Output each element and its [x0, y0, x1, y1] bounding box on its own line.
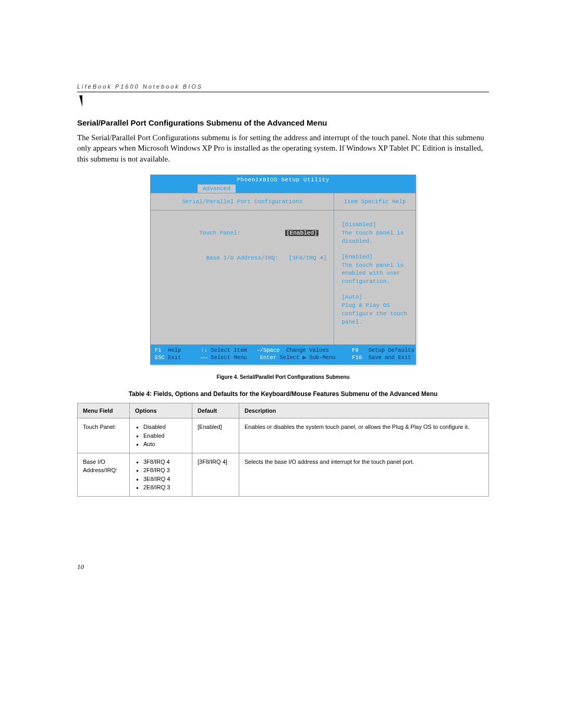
bios-label-setup-defaults: Setup Defaults: [369, 347, 414, 354]
option-item: 2F8/IRQ 3: [143, 466, 187, 475]
bios-field-baseio-label: Base I/O Address/IRQ:: [206, 255, 278, 261]
cell-menu: Touch Panel:: [78, 418, 130, 453]
bios-help-auto-head: [Auto]: [341, 293, 408, 302]
section-heading: Serial/Parallel Port Configurations Subm…: [77, 118, 489, 127]
cell-default: [Enabled]: [192, 418, 239, 453]
bios-label-save-exit: Save and Exit: [369, 354, 411, 361]
bios-key-space: -/Space: [256, 347, 279, 354]
bios-label-select-submenu: Select ▶ Sub-Menu: [280, 354, 336, 361]
section-body-text: The Serial/Parallel Port Configurations …: [77, 132, 489, 164]
bios-label-exit: Exit: [168, 354, 181, 361]
page-number: 10: [77, 563, 84, 571]
table-row: Touch Panel: Disabled Enabled Auto [Enab…: [78, 418, 489, 453]
bios-help-title: Item Specific Help: [334, 193, 415, 211]
header-arrow-icon: [79, 95, 82, 107]
table-header-description: Description: [239, 403, 489, 418]
bios-field-baseio-value: [3F8/IRQ 4]: [289, 255, 327, 261]
bios-field-touch-panel-value: [Enabled]: [285, 230, 318, 236]
cell-menu: Base I/O Address/IRQ:: [78, 453, 130, 496]
running-header: LifeBook P1600 Notebook BIOS: [77, 83, 489, 92]
bios-key-updown: ↑↓: [201, 347, 207, 354]
bios-key-f10: F10: [352, 354, 362, 361]
cell-options: Disabled Enabled Auto: [130, 418, 192, 453]
bios-label-help: Help: [168, 347, 181, 354]
bios-help-disabled-head: [Disabled]: [341, 221, 408, 229]
table-header-menu-field: Menu Field: [78, 403, 130, 418]
bios-key-enter: Enter: [260, 354, 277, 361]
option-item: Disabled: [143, 423, 187, 431]
bios-help-enabled-head: [Enabled]: [341, 253, 408, 262]
table-header-default: Default: [192, 403, 239, 418]
bios-left-panel-title: Serial/Parallel Port Configurations: [151, 193, 334, 211]
bios-key-f1: F1: [155, 347, 162, 354]
option-item: 3F8/IRQ 4: [143, 458, 187, 466]
option-item: Auto: [143, 440, 187, 449]
bios-label-change-values: Change Values: [286, 347, 329, 354]
bios-label-select-item: Select Item: [211, 347, 247, 354]
bios-tab-advanced: Advanced: [198, 184, 236, 193]
bios-footer: F1 Help ↑↓ Select Item -/Space Change Va…: [151, 344, 415, 364]
bios-field-touch-panel-label: Touch Panel:: [199, 230, 240, 236]
bios-screenshot: PhoenixBIOS Setup Utility Advanced Seria…: [150, 175, 416, 365]
cell-default: [3F8/IRQ 4]: [192, 453, 239, 496]
cell-description: Enables or disables the system touch pan…: [239, 418, 489, 453]
table-row: Base I/O Address/IRQ: 3F8/IRQ 4 2F8/IRQ …: [78, 453, 489, 496]
bios-key-esc: ESC: [155, 354, 165, 361]
bios-tab-bar: Advanced: [151, 184, 415, 193]
bios-title: PhoenixBIOS Setup Utility: [151, 175, 415, 184]
bios-help-auto-body: Plug & Play OS configure the touch panel…: [341, 302, 408, 327]
table-title: Table 4: Fields, Options and Defaults fo…: [77, 390, 489, 398]
bios-label-select-menu: Select Menu: [211, 354, 247, 361]
bios-help-disabled-body: The touch panel is disabled.: [341, 229, 408, 246]
option-item: 3E8/IRQ 4: [143, 475, 187, 484]
bios-key-f9: F9: [352, 347, 359, 354]
cell-options: 3F8/IRQ 4 2F8/IRQ 3 3E8/IRQ 4 2E8/IRQ 3: [130, 453, 192, 496]
bios-key-leftright: ←→: [201, 354, 207, 361]
options-table: Menu Field Options Default Description T…: [77, 403, 489, 497]
table-header-options: Options: [130, 403, 192, 418]
option-item: 2E8/IRQ 3: [143, 483, 187, 492]
figure-caption: Figure 4. Serial/Parallel Port Configura…: [77, 374, 489, 380]
bios-help-enabled-body: The touch panel is enabled with user con…: [341, 262, 408, 287]
option-item: Enabled: [143, 431, 187, 440]
cell-description: Selects the base I/O address and interru…: [239, 453, 489, 496]
